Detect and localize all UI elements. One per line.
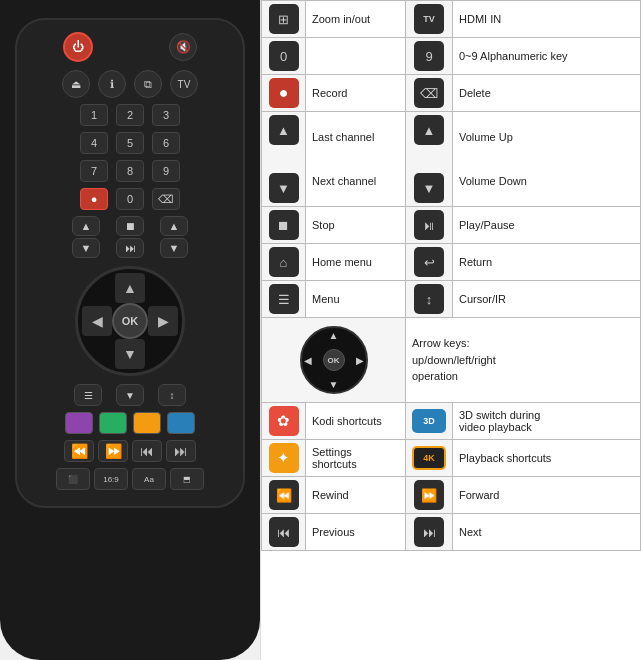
icon-cell-playpause: ⏯ <box>406 207 453 244</box>
left-nav-button[interactable]: ☰ <box>74 384 102 406</box>
icon-cell-record: ● <box>262 75 306 112</box>
label-cursor: Cursor/IR <box>453 281 641 318</box>
table-row: ✿ Kodi shortcuts 3D 3D switch duringvide… <box>262 403 641 440</box>
left-button[interactable]: ◀ <box>82 306 112 336</box>
down-button[interactable]: ▼ <box>115 339 145 369</box>
cursor-icon: ↕ <box>414 284 444 314</box>
subtitle-button[interactable]: ⬛ <box>56 468 90 490</box>
right-button[interactable]: ▶ <box>148 306 178 336</box>
channel-down-button[interactable]: ▼ <box>72 238 100 258</box>
icon-cell-prev: ⏮ <box>262 514 306 551</box>
icon-cell-9: 9 <box>406 38 453 75</box>
prev-button[interactable]: ⏮ <box>132 440 162 462</box>
stop-button[interactable]: ⏹ <box>116 216 144 236</box>
table-row: ⏹ Stop ⏯ Play/Pause <box>262 207 641 244</box>
table-row: ⌂ Home menu ↩ Return <box>262 244 641 281</box>
num0-button[interactable]: 0 <box>116 188 144 210</box>
label-kodi: Kodi shortcuts <box>306 403 406 440</box>
num8-button[interactable]: 8 <box>116 160 144 182</box>
num4-button[interactable]: 4 <box>80 132 108 154</box>
label-stop: Stop <box>306 207 406 244</box>
icon-cell-forward: ⏩ <box>406 477 453 514</box>
last-channel-label: Last channelNext channel <box>312 126 399 192</box>
icon-cell-home: ⌂ <box>262 244 306 281</box>
info-button[interactable]: ℹ <box>98 70 126 98</box>
arrow-left-icon: ◀ <box>304 355 312 366</box>
green-shortcut-button[interactable] <box>99 412 127 434</box>
kodi-icon: ✿ <box>269 406 299 436</box>
label-rewind: Rewind <box>306 477 406 514</box>
record-button[interactable]: ● <box>80 188 108 210</box>
num5-button[interactable]: 5 <box>116 132 144 154</box>
fast-forward-button[interactable]: ⏩ <box>98 440 128 462</box>
rewind-icon: ⏪ <box>269 480 299 510</box>
backspace-button[interactable]: ⌫ <box>152 188 180 210</box>
menu-icon: ☰ <box>269 284 299 314</box>
arrow-right-icon: ▶ <box>356 355 364 366</box>
num9-icon: 9 <box>414 41 444 71</box>
table-row: 0 9 0~9 Alphanumeric key <box>262 38 641 75</box>
power-button[interactable]: ⏻ <box>63 32 93 62</box>
settings-shortcut-button[interactable] <box>133 412 161 434</box>
num7-button[interactable]: 7 <box>80 160 108 182</box>
settings-icon: ✦ <box>269 443 299 473</box>
num1-button[interactable]: 1 <box>80 104 108 126</box>
delete-icon: ⌫ <box>414 78 444 108</box>
aspect-ratio-button[interactable]: 16:9 <box>94 468 128 490</box>
table-row: ▲ ▼ ◀ ▶ OK Arrow keys:up/down/left/right… <box>262 318 641 403</box>
label-record: Record <box>306 75 406 112</box>
next-track-button[interactable]: ⏭ <box>116 238 144 258</box>
label-4k: Playback shortcuts <box>453 440 641 477</box>
pip-button[interactable]: ⧉ <box>134 70 162 98</box>
label-return: Return <box>453 244 641 281</box>
forward-icon: ⏩ <box>414 480 444 510</box>
next-icon: ⏭ <box>414 517 444 547</box>
hdmi-icon: TV <box>414 4 444 34</box>
label-prev: Previous <box>306 514 406 551</box>
rewind-button[interactable]: ⏪ <box>64 440 94 462</box>
zoom-mode-button[interactable]: ⬒ <box>170 468 204 490</box>
icon-cell-kodi: ✿ <box>262 403 306 440</box>
icon-cell-rewind: ⏪ <box>262 477 306 514</box>
table-row: ⏪ Rewind ⏩ Forward <box>262 477 641 514</box>
label-channel: Last channelNext channel <box>306 112 406 207</box>
play-next-button[interactable]: ⏭ <box>166 440 196 462</box>
arrow-up-icon: ▲ <box>329 330 339 341</box>
volume-down-button[interactable]: ▼ <box>160 238 188 258</box>
volume-up-button[interactable]: ▲ <box>160 216 188 236</box>
icon-cell-4k: 4K <box>406 440 453 477</box>
font-button[interactable]: Aa <box>132 468 166 490</box>
icon-cell-next: ⏭ <box>406 514 453 551</box>
right-nav-button[interactable]: ↕ <box>158 384 186 406</box>
kodi-shortcut-button[interactable] <box>65 412 93 434</box>
label-09: 0~9 Alphanumeric key <box>453 38 641 75</box>
num9-button[interactable]: 9 <box>152 160 180 182</box>
volume-down-icon: ▼ <box>414 173 444 203</box>
arrow-pad-icon: ▲ ▼ ◀ ▶ OK <box>300 326 368 394</box>
playpause-icon: ⏯ <box>414 210 444 240</box>
icon-cell-0: 0 <box>262 38 306 75</box>
num0-icon: 0 <box>269 41 299 71</box>
num6-button[interactable]: 6 <box>152 132 180 154</box>
label-playpause: Play/Pause <box>453 207 641 244</box>
mute-button[interactable]: 🔇 <box>169 33 197 61</box>
up-button[interactable]: ▲ <box>115 273 145 303</box>
eject-button[interactable]: ⏏ <box>62 70 90 98</box>
label-home: Home menu <box>306 244 406 281</box>
ok-button[interactable]: OK <box>112 303 148 339</box>
4k-shortcut-button[interactable] <box>167 412 195 434</box>
ok-center-label: OK <box>323 349 345 371</box>
num3-button[interactable]: 3 <box>152 104 180 126</box>
num2-button[interactable]: 2 <box>116 104 144 126</box>
channel-up-icon: ▲ <box>269 115 299 145</box>
home-icon: ⌂ <box>269 247 299 277</box>
icon-cell-delete: ⌫ <box>406 75 453 112</box>
directional-pad: ▲ ▼ ◀ ▶ OK <box>75 266 185 376</box>
table-row: ☰ Menu ↕ Cursor/IR <box>262 281 641 318</box>
remote-body: ⏻ 🔇 ⏏ ℹ ⧉ TV 1 2 3 4 5 6 7 8 9 <box>15 18 245 508</box>
zoom-icon: ⊞ <box>269 4 299 34</box>
channel-up-button[interactable]: ▲ <box>72 216 100 236</box>
down-nav-button[interactable]: ▼ <box>116 384 144 406</box>
icon-cell-hdmi: TV <box>406 1 453 38</box>
tv-button[interactable]: TV <box>170 70 198 98</box>
